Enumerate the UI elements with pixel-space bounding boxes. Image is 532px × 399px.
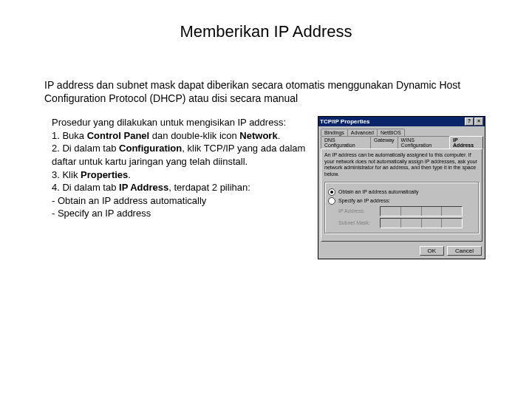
ip-option-group: Obtain an IP address automatically Speci…	[324, 182, 479, 233]
proc-step2: 2. Di dalam tab Configuration, klik TCP/…	[52, 143, 305, 167]
dialog-titlebar: TCP/IP Properties ? ×	[318, 117, 485, 126]
proc-step3: 3. Klik Properties.	[52, 169, 131, 180]
mask-input[interactable]	[380, 218, 463, 228]
bold-properties: Properties	[81, 169, 128, 180]
ip-label: IP Address:	[338, 208, 377, 214]
radio-icon	[328, 197, 335, 205]
mask-label: Subnet Mask:	[338, 220, 377, 225]
tcpip-dialog: TCP/IP Properties ? × Bindings Advanced …	[318, 116, 485, 259]
t: .	[128, 169, 131, 180]
page-title: Memberikan IP Address	[44, 22, 488, 41]
proc-opt1: - Obtain an IP address automatically	[52, 195, 206, 206]
subnet-mask-field: Subnet Mask:	[338, 218, 475, 228]
close-icon[interactable]: ×	[474, 117, 483, 126]
radio-label: Specify an IP address:	[338, 198, 390, 203]
tab-dns[interactable]: DNS Configuration	[321, 136, 371, 149]
tab-wins[interactable]: WINS Configuration	[398, 136, 450, 149]
tab-advanced[interactable]: Advanced	[347, 129, 378, 136]
t: , terdapat 2 pilihan:	[168, 182, 250, 193]
ip-address-field: IP Address:	[338, 206, 475, 216]
tab-netbios[interactable]: NetBIOS	[377, 129, 405, 136]
t: 2. Di dalam tab	[52, 143, 119, 154]
t: 3. Klik	[52, 169, 81, 180]
proc-step1: 1. Buka Control Panel dan double-klik ic…	[52, 130, 280, 141]
dialog-tabs: Bindings Advanced NetBIOS DNS Configurat…	[318, 126, 485, 149]
ok-button[interactable]: OK	[420, 246, 445, 256]
radio-specify[interactable]: Specify an IP address:	[328, 197, 475, 205]
dialog-title: TCP/IP Properties	[320, 118, 369, 125]
help-icon[interactable]: ?	[465, 117, 474, 126]
t: 4. Di dalam tab	[52, 182, 119, 193]
proc-step4: 4. Di dalam tab IP Address, terdapat 2 p…	[52, 182, 250, 193]
dialog-panel: An IP address can be automatically assig…	[321, 149, 482, 242]
radio-icon	[328, 188, 335, 196]
dialog-description: An IP address can be automatically assig…	[324, 152, 479, 177]
tab-ip-address[interactable]: IP Address	[449, 136, 483, 149]
tab-bindings[interactable]: Bindings	[321, 129, 348, 136]
proc-opt2: - Specify an IP address	[52, 208, 151, 219]
t: .	[278, 130, 281, 141]
t: dan double-klik icon	[149, 130, 239, 141]
intro-text: IP address dan subnet mask dapat diberik…	[44, 78, 488, 105]
bold-ip-address: IP Address	[119, 182, 168, 193]
bold-network: Network	[239, 130, 277, 141]
radio-label: Obtain an IP address automatically	[338, 189, 418, 194]
bold-control-panel: Control Panel	[87, 130, 150, 141]
radio-obtain-auto[interactable]: Obtain an IP address automatically	[328, 188, 475, 196]
t: 1. Buka	[52, 130, 87, 141]
bold-configuration: Configuration	[119, 143, 182, 154]
proc-lead: Prosedur yang dilakukan untuk mengisikan…	[52, 117, 286, 128]
ip-input[interactable]	[380, 206, 463, 216]
procedure-text: Prosedur yang dilakukan untuk mengisikan…	[44, 116, 310, 259]
tab-gateway[interactable]: Gateway	[370, 136, 398, 149]
cancel-button[interactable]: Cancel	[447, 246, 482, 256]
